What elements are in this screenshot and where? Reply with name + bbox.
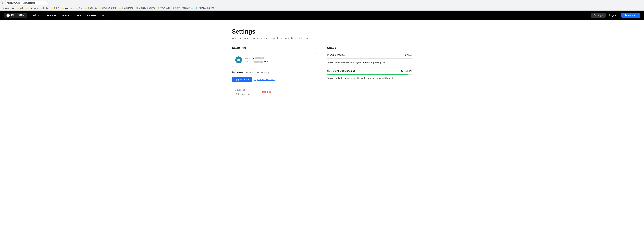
name-mask-1: [255, 57, 261, 59]
ecommerce-icon: ⚙️: [172, 7, 174, 9]
main-content: Settings You can manage your account, bi…: [222, 20, 422, 106]
fast-usage-section: gpt-4o-mini or cursor-small 0 / No Limit…: [327, 70, 412, 80]
logout-button[interactable]: Logout: [606, 13, 620, 18]
basic-info-title: Basic Info: [232, 46, 317, 50]
folder-icon-1: 📁: [26, 7, 28, 9]
avatar: m: [235, 56, 242, 63]
premium-label: Premium models: [327, 54, 344, 56]
bookmark-epai[interactable]: 🌐 浪潮 EPAI-无脑企智...: [194, 7, 216, 10]
fast-desc-post: fast requests of this model. You have no…: [340, 77, 394, 79]
navbar-logo[interactable]: CURSOR: [4, 13, 27, 18]
fast-label: gpt-4o-mini or cursor-small: [327, 70, 355, 72]
folder-icon-3: 📁: [51, 7, 53, 9]
folder-icon-7: 📁: [100, 7, 102, 9]
email-value: l .com: [252, 60, 268, 63]
chevron-up-icon: ∧: [246, 89, 247, 91]
premium-desc: You've used no requests out of your 500 …: [327, 61, 412, 64]
premium-progress-bg: [327, 58, 412, 59]
account-buttons: Upgrade to Pro Upgrade to Business: [232, 77, 317, 82]
nav-docs[interactable]: Docs: [72, 11, 84, 20]
settings-button[interactable]: Settings: [591, 13, 606, 18]
bookmark-huatai[interactable]: 📁 华泰: [16, 7, 24, 10]
bookmark-cloud[interactable]: 📁 云服务: [50, 7, 60, 10]
pro-trial-badge: Pro Trial 3 days remaining: [246, 71, 269, 74]
navbar: CURSOR Pricing Features Forum Docs Caree…: [0, 11, 644, 20]
bookmark-tech[interactable]: 📁 技术区: [40, 7, 50, 10]
logo-text: CURSOR: [11, 14, 24, 17]
bookmark-yuque2[interactable]: 🍀 工作台·语雀: [157, 7, 170, 10]
settings-grid: Basic Info m Name m: [232, 46, 412, 98]
advanced-toggle[interactable]: Advanced ∧: [235, 88, 255, 91]
nav-features[interactable]: Features: [43, 11, 59, 20]
download-button[interactable]: Download: [622, 13, 640, 18]
nav-blog[interactable]: Blog: [99, 11, 110, 20]
left-column: Basic Info m Name m: [232, 46, 317, 98]
bookmark-ecommerce[interactable]: ⚙️ 电商后台管理系统-v...: [172, 7, 194, 10]
nav-forum[interactable]: Forum: [59, 11, 72, 20]
yuque-icon-2: 🍀: [158, 7, 160, 9]
folder-icon-6: 📁: [85, 7, 87, 9]
folder-icon-4: 📁: [62, 7, 64, 9]
bookmark-ccut[interactable]: 📁 CCUT-ZKR: [25, 7, 39, 10]
fast-desc: You've used 0 fast requests of this mode…: [327, 77, 412, 80]
name-row: Name m: [244, 57, 268, 59]
premium-desc-bold: 500: [362, 61, 366, 64]
folder-icon-5: 📁: [76, 7, 78, 9]
navbar-actions: Settings Logout Download: [591, 13, 640, 18]
page-subtitle: You can manage your account, billing, an…: [232, 37, 412, 39]
upgrade-pro-button[interactable]: Upgrade to Pro: [232, 77, 252, 82]
page-title: Settings: [232, 28, 412, 35]
tab-icon: ⊡: [2, 2, 3, 4]
premium-desc-pre: You've used no requests out of your: [327, 61, 362, 64]
email-prefix-letter: l: [252, 60, 253, 63]
nav-pricing[interactable]: Pricing: [30, 11, 43, 20]
bookmark-video[interactable]: 📁 短视频创作: [84, 7, 98, 10]
upgrade-business-button[interactable]: Upgrade to Business: [254, 77, 275, 82]
email-mask-2: [260, 61, 263, 63]
bookmark-pmp[interactable]: 📁 职称-PMP-研究生: [99, 7, 117, 10]
email-mask-1: [254, 61, 260, 63]
delete-account-link[interactable]: Delete Account: [235, 93, 250, 95]
url-bar[interactable]: https://www.cursor.com/settings: [5, 1, 48, 5]
bookmark-wechat[interactable]: 📁 微信: [76, 7, 83, 10]
user-row: m Name m Email: [235, 56, 314, 63]
yuque-icon-1: 🍀: [136, 7, 138, 9]
fast-desc-pre: You've used: [327, 77, 340, 79]
premium-usage-section: Premium models 0 / 500 You've used no re…: [327, 54, 412, 64]
bookmark-safety[interactable]: 🔖 safety+FAW: [1, 7, 16, 10]
fast-desc-bold: 0: [340, 77, 340, 79]
bookmarks-bar: 🔖 safety+FAW 📁 华泰 📁 CCUT-ZKR 📁 技术区 📁 云服务…: [0, 6, 644, 11]
navbar-links: Pricing Features Forum Docs Careers Blog: [30, 11, 591, 20]
browser-bar: ⊡ https://www.cursor.com/settings: [0, 0, 644, 6]
usage-title: Usage: [327, 46, 412, 50]
email-label: Email: [244, 60, 251, 63]
premium-desc-post: fast requests quota.: [366, 61, 386, 64]
advanced-row: Advanced ∧ Delete Account 删掉重来: [232, 85, 317, 98]
fast-count: 0 / No Limit: [400, 70, 412, 72]
nav-careers[interactable]: Careers: [84, 11, 99, 20]
epai-icon: 🌐: [195, 7, 198, 9]
right-column: Usage Premium models 0 / 500 You've used…: [327, 46, 412, 98]
fast-progress-bg: [327, 74, 412, 75]
folder-icon-8: 📁: [119, 7, 121, 9]
name-mask-2: [262, 57, 264, 59]
cursor-logo-icon: [6, 14, 10, 17]
bookmark-aigc[interactable]: 📁 AIGC | AGI: [61, 7, 74, 10]
fast-usage-row: gpt-4o-mini or cursor-small 0 / No Limit: [327, 70, 412, 72]
fast-progress-fill: [327, 74, 408, 75]
name-value: m: [252, 57, 264, 59]
bookmark-yuque1[interactable]: 🍀 语雀花园·领航猎1号: [135, 7, 156, 10]
folder-icon-0: 📁: [17, 7, 19, 9]
email-suffix: .com: [264, 60, 268, 63]
advanced-box: Advanced ∧ Delete Account: [232, 85, 258, 98]
bookmark-linghang[interactable]: 📁 领航卓越AIGC: [118, 7, 134, 10]
advanced-label: Advanced: [235, 88, 245, 91]
account-title: Account: [232, 71, 244, 74]
delete-note: 删掉重来: [262, 90, 271, 93]
name-label: Name: [244, 57, 251, 59]
email-row: Email l .com: [244, 60, 268, 63]
premium-count: 0 / 500: [405, 54, 412, 56]
bookmark-icon: 🔖: [2, 7, 4, 9]
user-fields: Name m Email l: [244, 57, 268, 63]
premium-usage-row: Premium models 0 / 500: [327, 54, 412, 56]
